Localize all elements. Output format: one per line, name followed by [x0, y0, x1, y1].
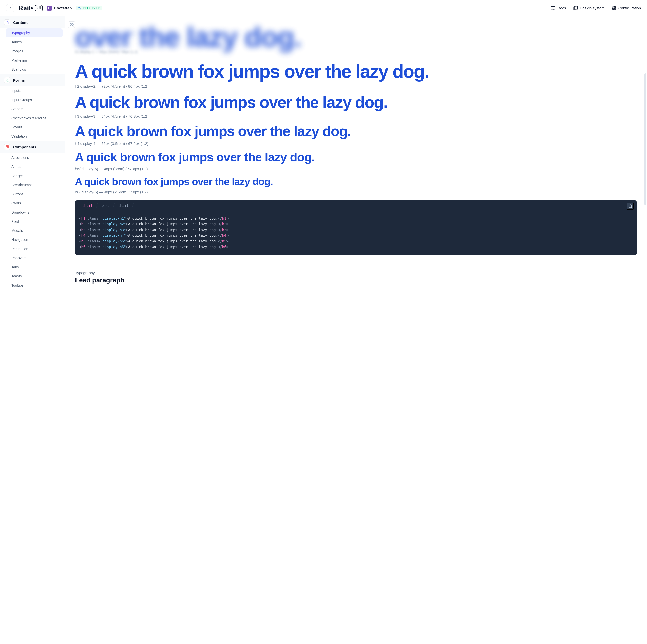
- sidebar-item-validation[interactable]: Validation: [7, 132, 63, 141]
- sidebar-item-marketing[interactable]: Marketing: [7, 56, 63, 65]
- code-block: .html .erb .haml <h1 class="display-h1">…: [75, 200, 637, 255]
- theme-label: RETRIEVER: [83, 7, 99, 10]
- header-right: Docs Design system Configuration: [551, 6, 641, 10]
- svg-rect-7: [6, 147, 7, 148]
- sidebar-item-dropdowns[interactable]: Dropdowns: [7, 208, 63, 217]
- display-3-sample: A quick brown fox jumps over the lazy do…: [75, 93, 637, 111]
- code-body: <h1 class="display-h1">A quick brown fox…: [75, 211, 637, 255]
- display-2-caption: h2.display-2 — 72px (4.5rem) / 86.4px (1…: [75, 84, 637, 88]
- sidebar-item-images[interactable]: Images: [7, 47, 63, 56]
- svg-marker-0: [573, 6, 578, 10]
- nav-docs[interactable]: Docs: [551, 6, 566, 10]
- display-1-sample-blurred: over the lazy dog.: [75, 21, 637, 53]
- sidebar-item-tooltips[interactable]: Tooltips: [7, 281, 63, 290]
- header: RailsUI B Bootstrap 🐾 RETRIEVER Docs Des…: [0, 0, 647, 16]
- eye-off-icon: [70, 22, 74, 26]
- display-2-sample: A quick brown fox jumps over the lazy do…: [75, 62, 637, 82]
- code-line: <h1 class="display-h1">A quick brown fox…: [79, 216, 633, 221]
- code-tab-erb[interactable]: .erb: [97, 200, 114, 211]
- nav-docs-label: Docs: [557, 6, 566, 10]
- sidebar-item-navigation[interactable]: Navigation: [7, 235, 63, 244]
- display-4-caption: h4.display-4 — 56px (3.5rem) / 67.2px (1…: [75, 141, 637, 146]
- display-6-caption: h6(.display-6) — 40px (2.5rem) / 48px (1…: [75, 190, 637, 194]
- sidebar-header-label: Content: [13, 20, 27, 24]
- sidebar-item-scaffolds[interactable]: Scaffolds: [7, 65, 63, 74]
- section-divider: [75, 264, 637, 265]
- display-5-caption: h5(.display-5) — 48px (3rem) / 57.6px (1…: [75, 167, 637, 171]
- sidebar-header-forms[interactable]: Forms: [0, 74, 65, 86]
- sidebar-item-breadcrumbs[interactable]: Breadcrumbs: [7, 181, 63, 190]
- sidebar-item-pagination[interactable]: Pagination: [7, 244, 63, 253]
- sidebar-header-components[interactable]: Components: [0, 141, 65, 153]
- logo[interactable]: RailsUI: [18, 4, 43, 12]
- back-button[interactable]: [6, 4, 14, 12]
- sidebar-content-items: Typography Tables Images Marketing Scaff…: [7, 28, 65, 74]
- main-content: over the lazy dog. h1.display-1 — 80px (…: [65, 16, 647, 644]
- sidebar-components-items: Accordions Alerts Badges Breadcrumbs But…: [7, 153, 65, 290]
- sidebar-item-layout[interactable]: Layout: [7, 123, 63, 132]
- sidebar-item-cards[interactable]: Cards: [7, 199, 63, 208]
- theme-badge: 🐾 RETRIEVER: [76, 6, 102, 10]
- code-tab-haml[interactable]: .haml: [114, 200, 133, 211]
- framework-badge: B Bootstrap: [47, 6, 72, 11]
- code-line: <h6 class="display-h6">A quick brown fox…: [79, 244, 633, 249]
- copy-code-button[interactable]: [627, 203, 634, 210]
- nav-config-label: Configuration: [619, 6, 641, 10]
- logo-ui-badge: UI: [35, 5, 43, 11]
- sidebar-item-modals[interactable]: Modals: [7, 226, 63, 235]
- sidebar-item-alerts[interactable]: Alerts: [7, 162, 63, 171]
- display-4-sample: A quick brown fox jumps over the lazy do…: [75, 123, 637, 139]
- map-icon: [573, 6, 578, 10]
- sidebar-item-tables[interactable]: Tables: [7, 38, 63, 47]
- sidebar-section-forms: Forms Inputs Input Groups Selects Checkb…: [0, 74, 65, 141]
- display-1-caption-blurred: h1.display-1 — 80px (5rem) / 96px (1.2): [75, 50, 637, 54]
- sidebar-item-accordions[interactable]: Accordions: [7, 153, 63, 162]
- sidebar-item-flash[interactable]: Flash: [7, 217, 63, 226]
- components-icon: [4, 144, 10, 150]
- code-line: <h4 class="display-h4">A quick brown fox…: [79, 232, 633, 238]
- sidebar-item-buttons[interactable]: Buttons: [7, 190, 63, 199]
- sidebar-item-input-groups[interactable]: Input Groups: [7, 95, 63, 104]
- sidebar-section-content: Content Typography Tables Images Marketi…: [0, 16, 65, 74]
- nav-config[interactable]: Configuration: [612, 6, 641, 10]
- sidebar-item-popovers[interactable]: Popovers: [7, 253, 63, 263]
- sidebar-item-inputs[interactable]: Inputs: [7, 86, 63, 95]
- svg-rect-6: [7, 147, 8, 148]
- section-title: Lead paragraph: [75, 276, 637, 284]
- nav-design-label: Design system: [580, 6, 604, 10]
- sidebar-header-label: Forms: [13, 78, 25, 82]
- sidebar-forms-items: Inputs Input Groups Selects Checkboxes &…: [7, 86, 65, 141]
- toggle-preview-button[interactable]: [68, 21, 75, 28]
- display-3-caption: h3.display-3 — 64px (4.5rem) / 76.8px (1…: [75, 114, 637, 118]
- bootstrap-icon: B: [47, 6, 52, 11]
- chevron-left-icon: [8, 6, 12, 10]
- svg-point-3: [614, 7, 615, 9]
- sidebar-item-tabs[interactable]: Tabs: [7, 263, 63, 272]
- svg-rect-9: [630, 205, 631, 205]
- header-left: RailsUI B Bootstrap 🐾 RETRIEVER: [6, 4, 102, 12]
- sidebar-item-checkboxes[interactable]: Checkboxes & Radios: [7, 114, 63, 123]
- logo-text: Rails: [18, 4, 34, 12]
- code-line: <h3 class="display-h3">A quick brown fox…: [79, 227, 633, 232]
- section-category: Typography: [75, 271, 637, 275]
- scrollbar[interactable]: [644, 73, 646, 205]
- sidebar-item-typography[interactable]: Typography: [6, 28, 63, 38]
- sidebar: Content Typography Tables Images Marketi…: [0, 16, 65, 644]
- sidebar-item-toasts[interactable]: Toasts: [7, 272, 63, 281]
- sidebar-section-components: Components Accordions Alerts Badges Brea…: [0, 141, 65, 290]
- display-5-sample: A quick brown fox jumps over the lazy do…: [75, 151, 637, 164]
- sidebar-item-selects[interactable]: Selects: [7, 104, 63, 114]
- code-line: <h5 class="display-h5">A quick brown fox…: [79, 238, 633, 244]
- svg-rect-5: [7, 146, 8, 147]
- book-icon: [551, 6, 555, 10]
- content-icon: [4, 19, 10, 25]
- sidebar-header-content[interactable]: Content: [0, 16, 65, 28]
- sidebar-item-badges[interactable]: Badges: [7, 171, 63, 181]
- svg-rect-4: [6, 146, 7, 147]
- code-tab-html[interactable]: .html: [78, 200, 97, 211]
- nav-design[interactable]: Design system: [573, 6, 604, 10]
- layout: Content Typography Tables Images Marketi…: [0, 16, 647, 644]
- framework-label: Bootstrap: [54, 6, 72, 10]
- display-6-sample: A quick brown fox jumps over the lazy do…: [75, 176, 637, 187]
- gear-icon: [612, 6, 616, 10]
